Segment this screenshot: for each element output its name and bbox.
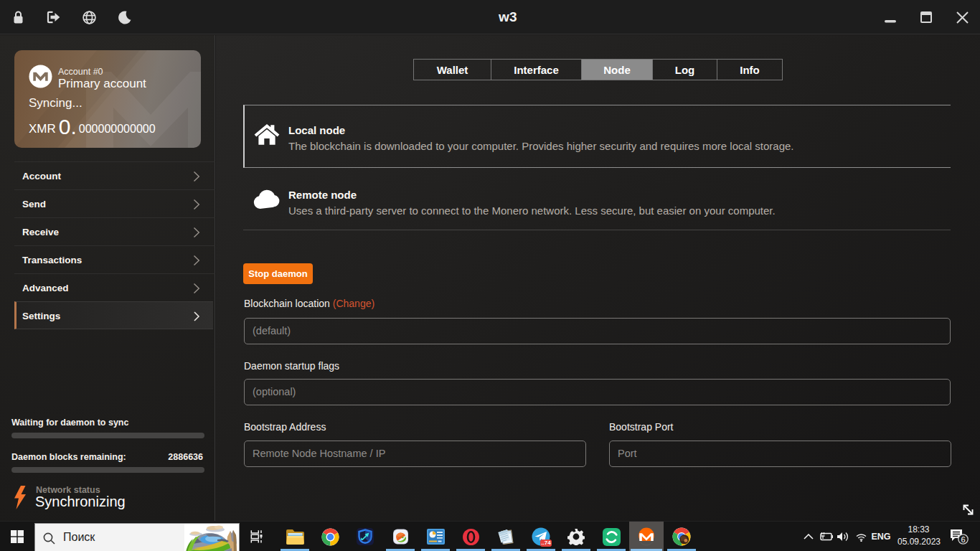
svg-text:6: 6 [961,535,965,544]
